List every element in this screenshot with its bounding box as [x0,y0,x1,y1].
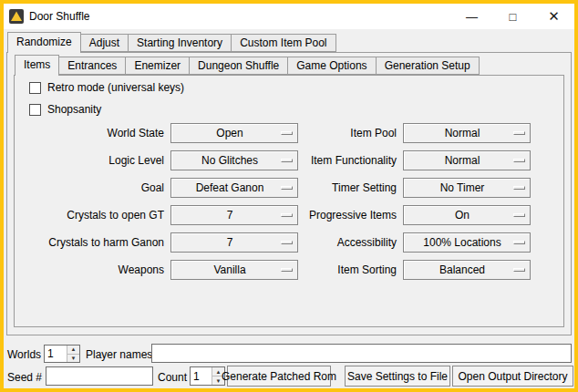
dropdown-value: 7 [227,209,243,222]
dropdown-value: No Glitches [201,154,267,167]
label-crystals-to-harm-ganon: Crystals to harm Ganon [20,232,164,253]
dropdown-value: 7 [227,236,243,249]
dropdown-indicator-icon [281,241,293,244]
label-timer-setting: Timer Setting [304,178,397,198]
dropdown-indicator-icon [281,159,293,162]
tab-entrances[interactable]: Entrances [58,57,126,75]
save-settings-button[interactable]: Save Settings to File [345,366,450,387]
dropdown-logic-level[interactable]: No Glitches [170,150,298,170]
count-spinbox-value[interactable] [191,367,212,385]
tab-adjust[interactable]: Adjust [80,34,129,52]
label-world-state: World State [20,123,164,143]
settings-grid: World State Open Item Pool Normal Logic … [20,123,531,280]
shopsanity-checkbox-label: Shopsanity [47,103,101,116]
label-accessibility: Accessibility [304,232,397,253]
tab-generation-setup[interactable]: Generation Setup [376,57,480,75]
dropdown-accessibility[interactable]: 100% Locations [403,232,531,253]
inner-tab-bar: Items Entrances Enemizer Dungeon Shuffle… [15,57,480,75]
dropdown-indicator-icon [281,186,293,190]
maximize-icon[interactable]: □ [492,4,533,29]
worlds-spinner: ▲ ▼ [67,346,79,362]
dropdown-crystals-to-harm-ganon[interactable]: 7 [170,232,298,253]
items-pane: Retro mode (universal keys) Shopsanity W… [14,75,564,327]
dropdown-item-sorting[interactable]: Balanced [403,260,531,280]
worlds-spinbox-value[interactable] [45,346,67,362]
tab-items[interactable]: Items [15,55,59,76]
titlebar-buttons: — □ ✕ [451,4,574,29]
dropdown-progressive-items[interactable]: On [403,205,531,225]
dropdown-value: Vanilla [213,263,254,276]
dropdown-value: Defeat Ganon [196,181,274,194]
dropdown-value: On [455,209,479,222]
generate-patched-rom-button[interactable]: Generate Patched Rom [227,366,331,387]
open-output-directory-button[interactable]: Open Output Directory [452,366,573,387]
dropdown-value: Normal [445,127,490,139]
spinner-up-icon[interactable]: ▲ [67,346,79,354]
minimize-icon[interactable]: — [451,4,492,29]
label-weapons: Weapons [20,260,164,280]
randomize-pane: Items Entrances Enemizer Dungeon Shuffle… [6,52,572,335]
dropdown-value: Balanced [439,263,494,276]
tab-enemizer[interactable]: Enemizer [125,57,190,75]
dropdown-indicator-icon [513,241,525,244]
app-icon [9,9,24,24]
dropdown-value: Open [216,127,252,139]
dropdown-indicator-icon [513,131,525,135]
dropdown-indicator-icon [513,213,525,217]
checkbox-retro-mode[interactable]: Retro mode (universal keys) [29,80,184,95]
seed-input[interactable] [46,366,153,386]
tab-dungeon-shuffle[interactable]: Dungeon Shuffle [189,57,288,75]
close-icon[interactable]: ✕ [533,4,574,29]
dropdown-item-pool[interactable]: Normal [403,123,531,143]
tab-custom-item-pool[interactable]: Custom Item Pool [231,34,335,52]
retro-mode-checkbox-box[interactable] [29,82,41,94]
count-label: Count [158,368,187,387]
dropdown-weapons[interactable]: Vanilla [170,260,298,280]
titlebar: Door Shuffle — □ ✕ [4,4,574,29]
tab-starting-inventory[interactable]: Starting Inventory [128,34,232,52]
dropdown-value: No Timer [440,181,494,194]
label-progressive-items: Progressive Items [304,205,397,225]
dropdown-timer-setting[interactable]: No Timer [403,178,531,198]
label-crystals-to-open-gt: Crystals to open GT [20,205,164,225]
tab-randomize[interactable]: Randomize [7,32,81,53]
label-item-functionality: Item Functionality [304,150,397,170]
dropdown-indicator-icon [281,131,293,135]
dropdown-indicator-icon [281,213,293,217]
dropdown-crystals-to-open-gt[interactable]: 7 [170,205,298,225]
dropdown-world-state[interactable]: Open [170,123,298,143]
dropdown-value: 100% Locations [423,236,510,249]
dropdown-goal[interactable]: Defeat Ganon [170,178,298,198]
label-item-pool: Item Pool [304,123,397,143]
label-item-sorting: Item Sorting [304,260,397,280]
shopsanity-checkbox-box[interactable] [29,104,41,116]
checkbox-shopsanity[interactable]: Shopsanity [29,102,101,117]
player-names-label: Player names [86,346,152,364]
spinner-down-icon[interactable]: ▼ [67,354,79,363]
dropdown-indicator-icon [513,159,525,162]
window-title: Door Shuffle [29,10,90,23]
dropdown-indicator-icon [281,268,293,272]
outer-tab-bar: Randomize Adjust Starting Inventory Cust… [7,34,336,52]
tab-game-options[interactable]: Game Options [287,57,376,75]
retro-mode-checkbox-label: Retro mode (universal keys) [47,81,184,94]
client-area: Randomize Adjust Starting Inventory Cust… [4,29,574,388]
window: Door Shuffle — □ ✕ Randomize Adjust Star… [0,0,578,392]
dropdown-value: Normal [445,154,490,167]
worlds-label: Worlds [7,346,41,364]
label-logic-level: Logic Level [20,150,164,170]
dropdown-indicator-icon [513,186,525,190]
dropdown-item-functionality[interactable]: Normal [403,150,531,170]
count-spinbox[interactable]: ▲ ▼ [190,366,225,386]
dropdown-indicator-icon [513,268,525,272]
worlds-spinbox[interactable]: ▲ ▼ [44,345,80,363]
player-names-input[interactable] [151,344,572,363]
label-goal: Goal [20,178,164,198]
seed-label: Seed # [7,368,42,387]
